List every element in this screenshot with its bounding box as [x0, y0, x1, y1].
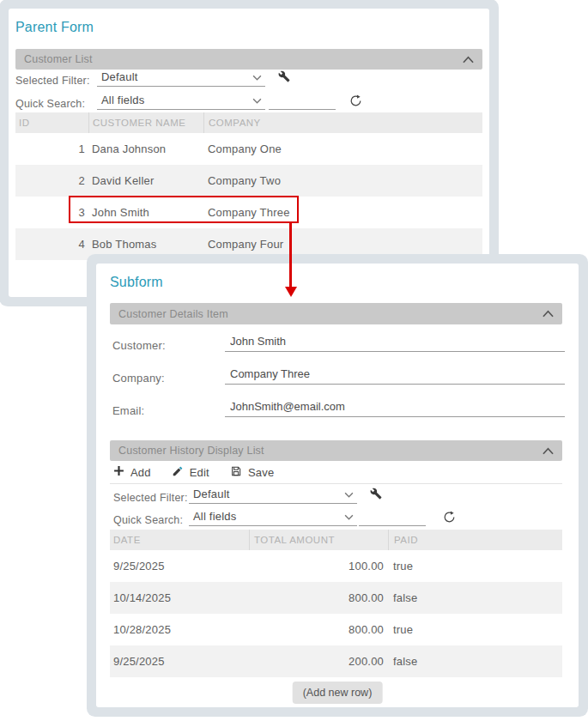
quick-search-field-value: All fields — [101, 94, 144, 106]
cell-total-amount: 800.00 — [249, 591, 388, 604]
customer-field-input[interactable] — [225, 334, 565, 352]
quick-search-label: Quick Search: — [15, 98, 85, 110]
refresh-icon[interactable] — [442, 510, 457, 524]
table-row[interactable]: 1 Dana Johnson Company One — [15, 133, 482, 165]
cell-company: Company Four — [203, 238, 482, 251]
selected-filter-value: Default — [193, 488, 230, 500]
history-table: DATE TOTAL AMOUNT PAID 9/25/2025 100.00 … — [110, 530, 562, 677]
filter-settings-wrench-icon[interactable] — [277, 70, 291, 83]
add-button-label: Add — [130, 466, 151, 479]
company-field-input[interactable] — [225, 367, 565, 385]
email-field-label: Email: — [112, 404, 144, 417]
cell-id: 1 — [15, 142, 88, 155]
cell-company: Company Two — [203, 174, 482, 187]
cell-company: Company Three — [203, 206, 482, 219]
table-row[interactable]: 4 Bob Thomas Company Four — [15, 228, 482, 260]
email-field-input[interactable] — [225, 399, 565, 417]
customer-table-header: ID CUSTOMER NAME COMPANY — [15, 112, 482, 133]
edit-button-label: Edit — [190, 466, 209, 479]
plus-icon — [113, 465, 124, 479]
quick-search-input[interactable] — [269, 94, 336, 110]
subform-card: Subform Customer Details Item Customer: … — [96, 264, 579, 707]
cell-id: 3 — [15, 206, 88, 219]
cell-customer-name: John Smith — [88, 206, 203, 219]
selected-filter-value: Default — [101, 70, 138, 83]
cell-customer-name: Bob Thomas — [88, 238, 203, 251]
pencil-icon — [172, 465, 184, 480]
panel-header-customer-details[interactable]: Customer Details Item — [110, 303, 562, 324]
panel-header-customer-history[interactable]: Customer History Display List — [110, 440, 562, 461]
page: Parent Form Customer List Selected Filte… — [0, 0, 588, 721]
chevron-down-icon — [252, 70, 262, 83]
company-field-label: Company: — [112, 372, 165, 385]
column-header-paid: PAID — [388, 530, 562, 550]
add-button[interactable]: Add — [113, 465, 151, 479]
column-header-total-amount: TOTAL AMOUNT — [249, 530, 388, 550]
selected-filter-label: Selected Filter: — [15, 75, 90, 87]
cell-customer-name: Dana Johnson — [88, 142, 203, 155]
table-row[interactable]: 10/28/2025 800.00 true — [110, 614, 562, 645]
save-button[interactable]: Save — [230, 465, 274, 480]
cell-date: 10/28/2025 — [110, 623, 249, 636]
chevron-down-icon — [252, 94, 262, 106]
table-row[interactable]: 10/14/2025 800.00 false — [110, 582, 562, 614]
panel-title: Customer Details Item — [118, 308, 228, 320]
collapse-chevron-up-icon[interactable] — [543, 447, 554, 455]
cell-total-amount: 800.00 — [249, 623, 388, 636]
panel-title: Customer History Display List — [118, 445, 264, 457]
panel-title: Customer List — [24, 53, 93, 65]
column-header-date: DATE — [110, 530, 249, 550]
cell-paid: false — [388, 591, 562, 604]
cell-total-amount: 100.00 — [249, 560, 388, 573]
quick-search-input[interactable] — [359, 510, 426, 526]
collapse-chevron-up-icon[interactable] — [463, 56, 474, 64]
quick-search-field-value: All fields — [193, 510, 236, 523]
table-row[interactable]: 2 David Keller Company Two — [15, 165, 482, 197]
quick-search-field-dropdown[interactable]: All fields — [97, 94, 265, 110]
cell-paid: false — [388, 655, 562, 668]
customer-table: ID CUSTOMER NAME COMPANY 1 Dana Johnson … — [15, 112, 482, 260]
table-row[interactable]: 9/25/2025 100.00 true — [110, 550, 562, 582]
selected-filter-dropdown[interactable]: Default — [189, 488, 357, 504]
floppy-save-icon — [230, 465, 242, 480]
chevron-down-icon — [344, 510, 354, 523]
panel-header-customer-list[interactable]: Customer List — [15, 49, 482, 70]
cell-customer-name: David Keller — [88, 174, 203, 187]
cell-total-amount: 200.00 — [249, 655, 388, 668]
chevron-down-icon — [344, 488, 354, 500]
quick-search-label: Quick Search: — [113, 514, 183, 526]
cell-company: Company One — [203, 142, 482, 155]
cell-date: 9/25/2025 — [110, 655, 249, 668]
cell-date: 9/25/2025 — [110, 560, 249, 573]
history-table-header: DATE TOTAL AMOUNT PAID — [110, 530, 562, 550]
add-new-row-button[interactable]: (Add new row) — [293, 682, 383, 704]
edit-button[interactable]: Edit — [172, 465, 209, 480]
save-button-label: Save — [248, 466, 274, 479]
column-header-customer-name: CUSTOMER NAME — [88, 112, 203, 133]
parent-form-card: Parent Form Customer List Selected Filte… — [9, 9, 489, 297]
cell-id: 4 — [15, 238, 88, 251]
cell-paid: true — [388, 560, 562, 573]
refresh-icon[interactable] — [349, 94, 363, 108]
history-toolbar: Add Edit Sa — [110, 461, 562, 484]
column-header-id: ID — [15, 112, 88, 133]
subform-title: Subform — [110, 275, 163, 290]
table-row[interactable]: 9/25/2025 200.00 false — [110, 645, 562, 677]
cell-paid: true — [388, 623, 562, 636]
customer-field-label: Customer: — [112, 339, 166, 352]
column-header-company: COMPANY — [203, 112, 482, 133]
selected-filter-label: Selected Filter: — [113, 492, 188, 504]
cell-id: 2 — [15, 174, 88, 187]
parent-form-title: Parent Form — [15, 20, 94, 35]
selected-filter-dropdown[interactable]: Default — [97, 70, 265, 87]
table-row-selected[interactable]: 3 John Smith Company Three — [15, 197, 482, 228]
collapse-chevron-up-icon[interactable] — [543, 310, 554, 318]
cell-date: 10/14/2025 — [110, 591, 249, 604]
filter-settings-wrench-icon[interactable] — [369, 487, 383, 500]
quick-search-field-dropdown[interactable]: All fields — [189, 510, 357, 526]
